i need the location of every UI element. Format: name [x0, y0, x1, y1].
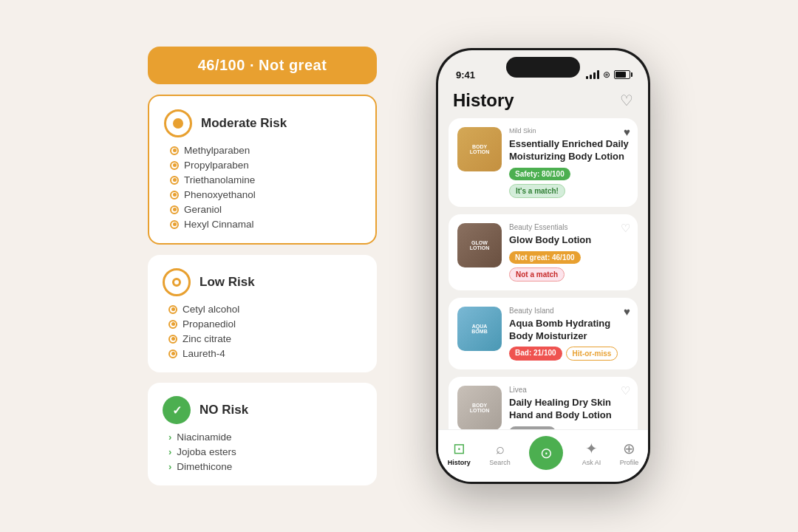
product-thumb-3: AQUABOMB [457, 307, 502, 351]
risk-dot [170, 191, 179, 200]
list-item: Geraniol [170, 204, 361, 215]
list-item: Propanediol [168, 318, 362, 330]
safety-tag-2: Not great: 46/100 [509, 251, 581, 264]
moderate-risk-icon [164, 109, 192, 137]
phone-notch [506, 57, 580, 78]
risk-dot [168, 320, 177, 329]
askai-icon: ✦ [585, 440, 598, 457]
phone-wrapper: 9:41 ⊛ [436, 48, 650, 484]
bottom-nav: ⊡ History ⌕ Search ⊙ ✦ Ask AI [438, 429, 648, 482]
product-tags-3: Bad: 21/100 Hit-or-miss [509, 347, 629, 361]
low-risk-card: Low Risk Cetyl alcohol Propanediol Zinc … [148, 255, 377, 372]
status-icons: ⊛ [586, 69, 630, 80]
wifi-icon: ⊛ [603, 69, 610, 80]
product-tags-4: Analyzing [509, 426, 629, 429]
risk-dot [170, 220, 179, 229]
risk-dot [168, 305, 177, 314]
chevron-icon: › [168, 432, 171, 443]
moderate-risk-card: Moderate Risk Methylparaben Propylparabe… [148, 95, 377, 245]
search-icon: ⌕ [496, 440, 505, 457]
product-card-4[interactable]: BODYLOTION Livea Daily Healing Dry Skin … [449, 377, 638, 429]
low-icon-inner [172, 278, 181, 287]
product-thumb-1: BODYLOTION [457, 127, 502, 171]
nav-profile-label: Profile [620, 459, 639, 466]
safety-tag-1: Safety: 80/100 [509, 168, 570, 180]
phone: 9:41 ⊛ [436, 48, 650, 484]
no-risk-list: ›Niacinamide ›Jojoba esters ›Dimethicone [163, 432, 362, 472]
header-heart-icon[interactable]: ♡ [620, 92, 633, 109]
page-title: History [453, 90, 514, 111]
app-header: History ♡ [438, 87, 648, 118]
risk-dot [170, 205, 179, 214]
chevron-icon: › [168, 446, 171, 457]
risk-dot [168, 349, 177, 358]
list-item: ›Jojoba esters [168, 446, 362, 457]
product-heart-1[interactable]: ♥ [624, 126, 630, 138]
list-item: Hexyl Cinnamal [170, 219, 361, 230]
product-thumb-4: BODYLOTION [457, 386, 502, 429]
nav-profile[interactable]: ⊕ Profile [620, 440, 639, 466]
no-risk-icon: ✓ [163, 396, 191, 424]
low-risk-list: Cetyl alcohol Propanediol Zinc citrate L… [163, 304, 362, 359]
safety-tag-4: Analyzing [509, 426, 556, 429]
list-item: Zinc citrate [168, 333, 362, 344]
product-name-2: Glow Body Lotion [509, 234, 629, 247]
battery-fill [615, 72, 626, 78]
product-info-2: Beauty Essentials Glow Body Lotion Not g… [509, 223, 629, 282]
product-heart-2[interactable]: ♡ [621, 222, 630, 235]
camera-icon: ⊙ [540, 444, 553, 462]
nav-search[interactable]: ⌕ Search [489, 440, 511, 466]
profile-icon: ⊕ [623, 440, 635, 457]
score-text: 46/100 · Not great [198, 57, 327, 73]
chevron-icon: › [168, 461, 171, 472]
product-list: BODYLOTION Mild Skin Essentially Enriche… [438, 118, 648, 429]
history-icon: ⊡ [453, 440, 466, 457]
camera-button[interactable]: ⊙ [529, 436, 563, 470]
score-header: 46/100 · Not great [148, 47, 377, 84]
match-tag-2: Not a match [509, 267, 565, 282]
risk-dot [170, 161, 179, 170]
product-heart-3[interactable]: ♥ [624, 305, 630, 318]
list-item: Propylparaben [170, 160, 361, 171]
product-name-4: Daily Healing Dry Skin Hand and Body Lot… [509, 397, 629, 422]
product-tags-2: Not great: 46/100 Not a match [509, 251, 629, 282]
no-risk-card: ✓ NO Risk ›Niacinamide ›Jojoba esters ›D… [148, 383, 377, 485]
risk-dot [170, 176, 179, 185]
product-tags-1: Safety: 80/100 It's a match! [509, 168, 629, 198]
moderate-icon-inner [173, 118, 183, 129]
left-panel: 46/100 · Not great Moderate Risk Methylp… [148, 47, 377, 485]
list-item: ›Dimethicone [168, 461, 362, 472]
risk-dot [170, 146, 179, 155]
nav-camera[interactable]: ⊙ [529, 436, 563, 470]
no-risk-title: NO Risk [200, 403, 248, 417]
signal-bars-icon [586, 70, 599, 79]
low-risk-header: Low Risk [163, 268, 362, 296]
product-brand-2: Beauty Essentials [509, 223, 629, 231]
product-info-1: Mild Skin Essentially Enriched Daily Moi… [509, 127, 629, 198]
nav-search-label: Search [489, 459, 511, 466]
product-info-4: Livea Daily Healing Dry Skin Hand and Bo… [509, 386, 629, 429]
list-item: ›Niacinamide [168, 432, 362, 443]
product-brand-1: Mild Skin [509, 127, 629, 134]
safety-tag-3: Bad: 21/100 [509, 347, 562, 361]
product-thumb-2: GLOWLOTION [457, 223, 502, 267]
risk-dot [168, 335, 177, 344]
low-risk-title: Low Risk [200, 275, 255, 290]
product-card-3[interactable]: AQUABOMB Beauty Island Aqua Bomb Hydrati… [449, 298, 638, 370]
moderate-risk-list: Methylparaben Propylparaben Triethanolam… [164, 145, 361, 230]
low-risk-icon [163, 268, 191, 296]
product-brand-4: Livea [509, 386, 629, 394]
product-card-1[interactable]: BODYLOTION Mild Skin Essentially Enriche… [449, 118, 638, 207]
product-info-3: Beauty Island Aqua Bomb Hydrating Body M… [509, 307, 629, 361]
product-heart-4[interactable]: ♡ [621, 384, 630, 398]
status-time: 9:41 [456, 69, 475, 81]
match-tag-1: It's a match! [509, 184, 565, 198]
product-card-2[interactable]: GLOWLOTION Beauty Essentials Glow Body L… [449, 214, 638, 290]
match-tag-3: Hit-or-miss [566, 347, 618, 361]
nav-askai[interactable]: ✦ Ask AI [582, 440, 601, 466]
product-name-3: Aqua Bomb Hydrating Body Moisturizer [509, 318, 629, 343]
nav-history[interactable]: ⊡ History [448, 440, 471, 466]
moderate-risk-title: Moderate Risk [201, 116, 287, 131]
main-container: 46/100 · Not great Moderate Risk Methylp… [0, 0, 798, 532]
no-risk-header: ✓ NO Risk [163, 396, 362, 424]
